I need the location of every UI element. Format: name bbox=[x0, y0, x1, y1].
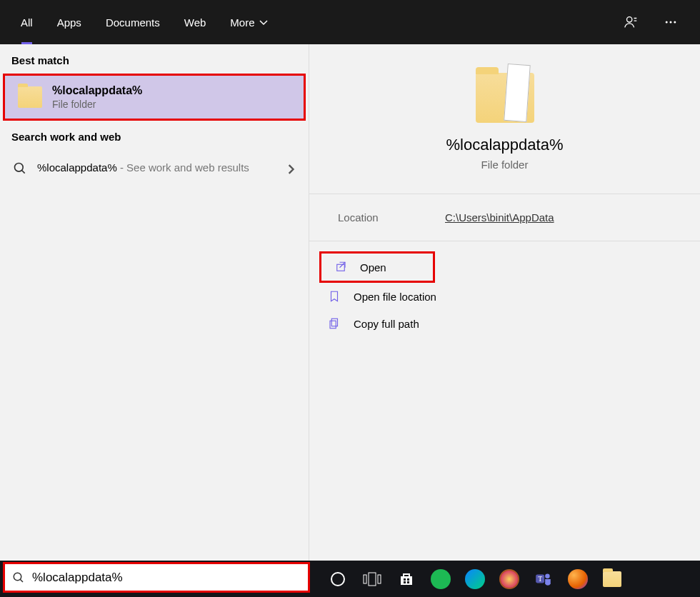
search-icon bbox=[13, 161, 27, 179]
chrome-icon[interactable] bbox=[567, 568, 589, 590]
task-view-icon[interactable] bbox=[361, 568, 383, 590]
location-value[interactable]: C:\Users\binit\AppData bbox=[445, 211, 554, 224]
tab-label: Web bbox=[184, 16, 206, 29]
explorer-icon[interactable] bbox=[601, 568, 623, 590]
web-rest: - See work and web results bbox=[117, 161, 249, 174]
taskbar-search-box[interactable] bbox=[3, 562, 310, 593]
section-work-web: Search work and web bbox=[0, 121, 309, 150]
tab-label: More bbox=[230, 16, 254, 29]
section-best-match: Best match bbox=[0, 44, 309, 74]
folder-icon bbox=[18, 86, 42, 108]
svg-rect-13 bbox=[404, 578, 406, 581]
store-icon[interactable] bbox=[396, 568, 417, 590]
tab-web[interactable]: Web bbox=[172, 0, 219, 44]
more-options-icon[interactable] bbox=[660, 11, 681, 33]
action-open-location[interactable]: Open file location bbox=[315, 283, 694, 310]
action-label: Copy full path bbox=[354, 318, 419, 330]
svg-rect-6 bbox=[331, 318, 337, 326]
open-icon bbox=[334, 261, 347, 274]
tab-label: Apps bbox=[57, 16, 81, 29]
result-subtitle: File folder bbox=[52, 99, 142, 110]
feedback-icon[interactable] bbox=[620, 11, 641, 33]
svg-rect-16 bbox=[407, 581, 409, 583]
search-icon bbox=[12, 571, 25, 584]
svg-point-8 bbox=[14, 573, 21, 581]
action-label: Open file location bbox=[354, 291, 436, 303]
svg-point-2 bbox=[670, 21, 672, 24]
web-search-result[interactable]: %localappdata% - See work and web result… bbox=[0, 150, 309, 189]
web-result-text: %localappdata% - See work and web result… bbox=[37, 160, 276, 175]
action-copy-path[interactable]: Copy full path bbox=[315, 310, 694, 337]
svg-rect-12 bbox=[378, 575, 381, 583]
svg-point-0 bbox=[627, 17, 632, 22]
cortana-icon[interactable] bbox=[327, 568, 349, 590]
copy-icon bbox=[328, 317, 341, 330]
preview-pane: %localappdata% File folder Location C:\U… bbox=[309, 44, 700, 561]
preview-title: %localappdata% bbox=[446, 136, 564, 154]
paint-icon[interactable] bbox=[499, 568, 520, 590]
results-list: Best match %localappdata% File folder Se… bbox=[0, 44, 309, 561]
action-label: Open bbox=[360, 261, 386, 274]
teams-icon[interactable]: T bbox=[533, 568, 554, 590]
svg-point-3 bbox=[674, 21, 676, 24]
tab-documents[interactable]: Documents bbox=[94, 0, 172, 44]
svg-rect-14 bbox=[407, 578, 409, 581]
chevron-down-icon bbox=[259, 18, 268, 26]
tab-label: Documents bbox=[106, 16, 160, 29]
preview-subtitle: File folder bbox=[481, 159, 529, 171]
svg-rect-5 bbox=[337, 264, 345, 271]
taskbar: T bbox=[0, 561, 700, 597]
tab-all[interactable]: All bbox=[9, 0, 45, 44]
folder-large-icon bbox=[476, 73, 534, 123]
svg-point-9 bbox=[331, 573, 344, 586]
search-filter-tabs: All Apps Documents Web More bbox=[0, 0, 700, 44]
edge-icon[interactable] bbox=[464, 568, 486, 590]
svg-point-4 bbox=[15, 164, 24, 172]
svg-point-19 bbox=[545, 573, 550, 578]
spotify-icon[interactable] bbox=[430, 568, 451, 590]
search-results-panel: Best match %localappdata% File folder Se… bbox=[0, 44, 700, 561]
best-match-result[interactable]: %localappdata% File folder bbox=[3, 74, 306, 121]
search-input[interactable] bbox=[32, 571, 301, 585]
web-query: %localappdata% bbox=[37, 161, 117, 174]
chevron-right-icon bbox=[286, 164, 296, 177]
svg-rect-7 bbox=[330, 321, 336, 328]
tab-apps[interactable]: Apps bbox=[45, 0, 94, 44]
action-open[interactable]: Open bbox=[319, 251, 435, 283]
action-list: Open Open file location Copy full path bbox=[309, 241, 700, 347]
result-title: %localappdata% bbox=[52, 84, 142, 97]
tab-more[interactable]: More bbox=[218, 0, 279, 44]
location-row: Location C:\Users\binit\AppData bbox=[309, 194, 700, 241]
svg-rect-10 bbox=[364, 575, 366, 583]
svg-text:T: T bbox=[538, 575, 542, 583]
svg-rect-15 bbox=[404, 581, 406, 583]
location-label: Location bbox=[338, 211, 445, 224]
tab-label: All bbox=[21, 16, 33, 29]
svg-point-1 bbox=[666, 21, 668, 24]
location-icon bbox=[328, 290, 341, 303]
svg-rect-11 bbox=[369, 573, 376, 586]
